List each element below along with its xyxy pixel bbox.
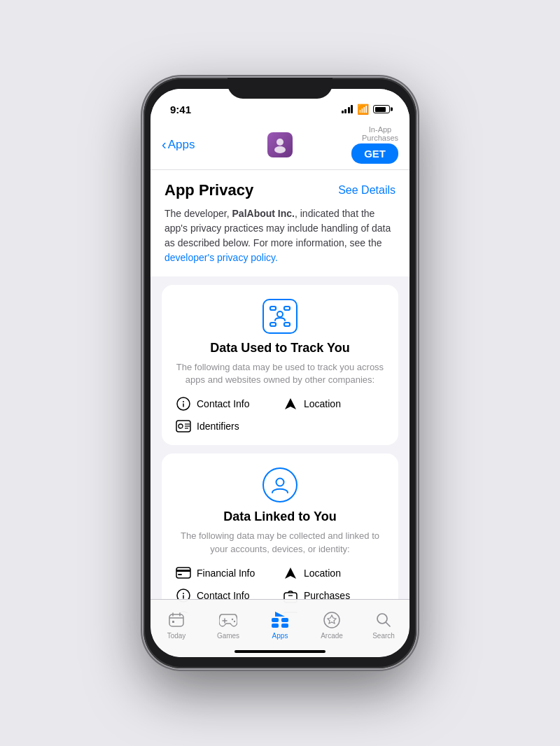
notch: [227, 78, 332, 99]
see-details-link[interactable]: See Details: [338, 184, 396, 197]
linked-card-title: Data Linked to You: [173, 509, 387, 524]
tab-search[interactable]: Search: [363, 610, 405, 640]
tab-today-label: Today: [167, 632, 186, 640]
linked-location: Location: [283, 565, 384, 581]
svg-rect-4: [270, 323, 276, 326]
person-circle-icon: [262, 467, 298, 502]
svg-rect-38: [172, 621, 174, 623]
location-arrow-icon: [283, 396, 298, 411]
signal-icon: [342, 105, 354, 113]
desc-text-1: The developer,: [164, 208, 232, 219]
svg-line-49: [386, 623, 391, 627]
svg-point-8: [183, 401, 184, 402]
cards-container: Data Used to Track You The following dat…: [150, 276, 410, 613]
track-card-desc: The following data may be used to track …: [173, 361, 387, 386]
arcade-icon: [323, 610, 341, 630]
track-items-grid: Contact Info Location: [173, 396, 387, 434]
privacy-description: The developer, PalAbout Inc., indicated …: [164, 206, 396, 265]
battery-icon: [373, 105, 390, 113]
svg-marker-20: [285, 568, 296, 579]
wifi-icon: 📶: [357, 104, 369, 115]
home-indicator: [234, 650, 326, 653]
track-card-icon-area: [173, 299, 387, 334]
phone-device: 9:41 📶 ‹ Apps: [144, 78, 416, 668]
status-time: 9:41: [170, 104, 191, 115]
track-icon: [262, 299, 298, 334]
svg-point-16: [276, 479, 284, 486]
svg-rect-5: [284, 323, 290, 326]
tab-bar: Today Games: [150, 599, 410, 657]
linked-location-arrow-icon: [283, 565, 298, 581]
svg-rect-45: [272, 624, 279, 628]
back-label: Apps: [168, 138, 195, 152]
linked-financial: Financial Info: [176, 565, 277, 581]
tab-apps-label: Apps: [272, 632, 288, 640]
svg-rect-17: [176, 568, 190, 578]
linked-card: Data Linked to You The following data ma…: [162, 453, 398, 613]
svg-rect-3: [284, 307, 290, 310]
get-button[interactable]: GET: [351, 143, 398, 164]
svg-marker-10: [285, 398, 296, 409]
games-icon: [219, 610, 237, 630]
privacy-title: App Privacy: [164, 181, 253, 199]
info-circle-icon: [176, 396, 191, 411]
tab-arcade[interactable]: Arcade: [311, 610, 353, 640]
nav-app-info: [241, 132, 320, 157]
track-contact-info: Contact Info: [176, 396, 277, 411]
linked-financial-label: Financial Info: [197, 568, 255, 579]
linked-card-icon-area: [173, 467, 387, 502]
content-area[interactable]: App Privacy See Details The developer, P…: [150, 170, 410, 613]
svg-point-42: [234, 621, 235, 622]
nav-bar: ‹ Apps In-AppPurchases GET: [150, 120, 410, 170]
track-identifiers: Identifiers: [176, 418, 277, 434]
track-card: Data Used to Track You The following dat…: [162, 285, 398, 445]
privacy-header: App Privacy See Details The developer, P…: [150, 170, 410, 276]
linked-card-desc: The following data may be collected and …: [173, 530, 387, 555]
back-button[interactable]: ‹ Apps: [162, 138, 241, 152]
back-chevron-icon: ‹: [162, 137, 167, 151]
svg-point-22: [183, 593, 184, 594]
privacy-policy-link[interactable]: developer's privacy policy.: [164, 252, 278, 263]
linked-location-label: Location: [304, 568, 341, 579]
track-identifiers-label: Identifiers: [197, 421, 239, 432]
track-location-label: Location: [304, 398, 341, 409]
id-card-icon: [176, 418, 191, 434]
search-icon: [375, 610, 392, 630]
tab-apps[interactable]: Apps: [259, 610, 301, 640]
tab-today[interactable]: Today: [155, 610, 197, 640]
svg-point-12: [178, 424, 183, 428]
today-icon: [168, 610, 185, 630]
svg-rect-46: [281, 624, 288, 628]
svg-point-6: [277, 311, 283, 317]
in-app-label: In-AppPurchases: [362, 125, 398, 142]
phone-screen: 9:41 📶 ‹ Apps: [150, 89, 410, 657]
svg-point-0: [276, 139, 284, 146]
svg-rect-2: [270, 307, 276, 310]
nav-right: In-AppPurchases GET: [319, 125, 398, 164]
privacy-title-row: App Privacy See Details: [164, 181, 396, 199]
svg-point-1: [274, 146, 286, 153]
developer-name: PalAbout Inc.: [232, 208, 295, 219]
tab-search-label: Search: [372, 632, 395, 640]
credit-card-icon: [176, 565, 191, 581]
svg-rect-43: [272, 618, 279, 622]
tab-games[interactable]: Games: [207, 610, 249, 640]
svg-point-41: [232, 619, 233, 620]
app-icon: [267, 132, 293, 157]
track-contact-label: Contact Info: [197, 398, 250, 409]
tab-arcade-label: Arcade: [321, 632, 343, 640]
apps-icon: [271, 610, 289, 630]
status-icons: 📶: [342, 104, 391, 115]
tab-games-label: Games: [217, 632, 239, 640]
track-card-title: Data Used to Track You: [173, 341, 387, 356]
svg-rect-34: [169, 614, 183, 626]
svg-rect-44: [281, 618, 288, 622]
track-location: Location: [283, 396, 384, 411]
